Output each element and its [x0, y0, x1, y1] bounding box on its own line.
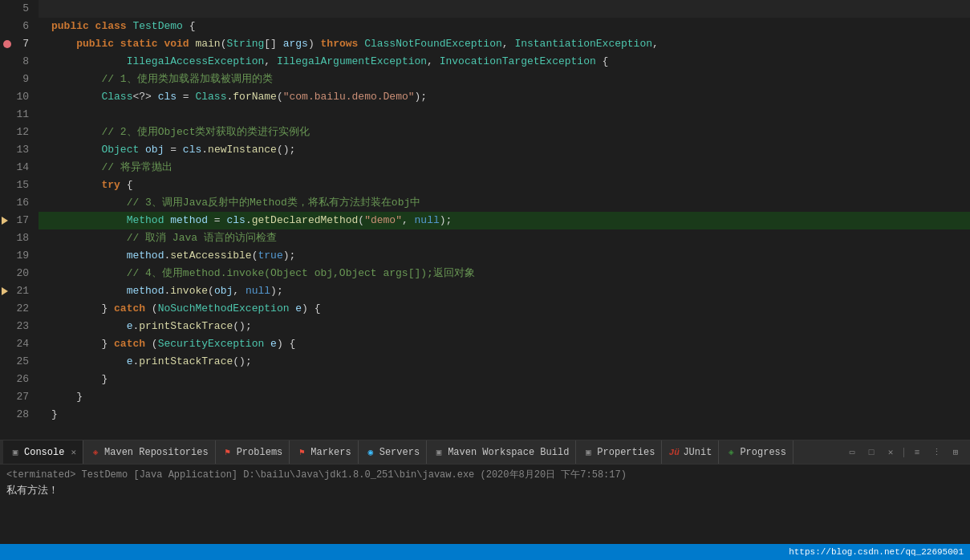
line-content-5 [39, 0, 970, 18]
tab-junit[interactable]: Jü JUnit [662, 440, 719, 464]
tab-problems-label: Problems [237, 447, 283, 458]
line-content-26: } [39, 371, 970, 388]
junit-icon: Jü [668, 447, 680, 458]
console-output: <terminated> TestDemo [Java Application]… [0, 465, 970, 544]
tab-progress-label: Progress [740, 447, 786, 458]
tab-workspace[interactable]: ▣ Maven Workspace Build [427, 440, 576, 464]
line-number-27: 27 [0, 388, 39, 406]
code-line-18: 18 // 取消 Java 语言的访问检查 [0, 229, 970, 247]
tab-junit-label: JUnit [683, 447, 712, 458]
problems-icon: ⚑ [222, 447, 233, 458]
code-line-11: 11 [0, 106, 970, 124]
line-content-19: method.setAccessible(true); [39, 247, 970, 265]
code-line-16: 16 // 3、调用Java反射中的Method类，将私有方法封装在obj中 [0, 194, 970, 212]
line-content-28: } [39, 406, 970, 424]
servers-icon: ◉ [365, 447, 376, 458]
code-line-28: 28 } [0, 406, 970, 424]
tab-markers-label: Markers [310, 447, 351, 458]
tab-maven[interactable]: ◈ Maven Repositories [83, 440, 216, 464]
line-number-28: 28 [0, 406, 39, 424]
breakpoint-7 [3, 40, 11, 48]
close-panel-button[interactable]: ✕ [883, 444, 899, 461]
line-content-13: Object obj = cls.newInstance(); [39, 141, 970, 159]
tab-progress[interactable]: ◈ Progress [719, 440, 793, 464]
bottom-panel: ▣ Console ✕ ◈ Maven Repositories ⚑ Probl… [0, 440, 970, 544]
markers-icon: ⚑ [296, 447, 307, 458]
view-extra-button[interactable]: ⊞ [948, 444, 964, 461]
line-content-7: public static void main(String[] args) t… [39, 35, 970, 53]
line-content-10: Class<?> cls = Class.forName("com.bailu.… [39, 88, 970, 106]
line-number-8: 8 [0, 53, 39, 71]
tab-console[interactable]: ▣ Console ✕ [3, 440, 83, 464]
code-line-23: 23 e.printStackTrace(); [0, 318, 970, 335]
line-number-18: 18 [0, 229, 39, 247]
line-number-26: 26 [0, 371, 39, 388]
line-number-21: 21 [0, 282, 39, 300]
tab-console-label: Console [24, 447, 64, 458]
tabs-bar: ▣ Console ✕ ◈ Maven Repositories ⚑ Probl… [0, 440, 970, 465]
code-line-27: 27 } [0, 388, 970, 406]
debug-arrow-17 [2, 217, 8, 225]
maximize-button[interactable]: □ [863, 444, 879, 461]
code-line-7: 7 public static void main(String[] args)… [0, 35, 970, 53]
code-line-17: 17 Method method = cls.getDeclaredMethod… [0, 212, 970, 229]
tab-problems[interactable]: ⚑ Problems [216, 440, 290, 464]
line-content-23: e.printStackTrace(); [39, 318, 970, 335]
code-line-8: 8 IllegalAccessException, IllegalArgumen… [0, 53, 970, 71]
tab-properties-label: Properties [597, 447, 655, 458]
line-content-12: // 2、使用Object类对获取的类进行实例化 [39, 124, 970, 141]
line-content-24: } catch (SecurityException e) { [39, 335, 970, 353]
line-number-6: 6 [0, 18, 39, 35]
line-number-20: 20 [0, 265, 39, 282]
line-number-16: 16 [0, 194, 39, 212]
line-content-8: IllegalAccessException, IllegalArgumentE… [39, 53, 970, 71]
line-number-15: 15 [0, 177, 39, 194]
line-number-19: 19 [0, 247, 39, 265]
line-number-25: 25 [0, 353, 39, 371]
tab-markers[interactable]: ⚑ Markers [290, 440, 358, 464]
line-content-15: try { [39, 177, 970, 194]
status-url: https://blog.csdn.net/qq_22695001 [789, 547, 964, 557]
line-content-14: // 将异常抛出 [39, 159, 970, 177]
tab-maven-label: Maven Repositories [104, 447, 209, 458]
code-line-14: 14 // 将异常抛出 [0, 159, 970, 177]
code-line-22: 22 } catch (NoSuchMethodException e) { [0, 300, 970, 318]
properties-icon: ▣ [582, 447, 594, 458]
status-bar: https://blog.csdn.net/qq_22695001 [0, 544, 970, 560]
code-line-21: 21 method.invoke(obj, null); [0, 282, 970, 300]
tab-servers-label: Servers [379, 447, 420, 458]
line-number-5: 5 [0, 0, 39, 18]
console-output-text: 私有方法！ [6, 483, 964, 497]
code-line-15: 15 try { [0, 177, 970, 194]
tab-workspace-label: Maven Workspace Build [448, 447, 569, 458]
console-terminated: <terminated> TestDemo [Java Application]… [6, 466, 964, 483]
line-content-22: } catch (NoSuchMethodException e) { [39, 300, 970, 318]
code-line-24: 24 } catch (SecurityException e) { [0, 335, 970, 353]
code-line-10: 10 Class<?> cls = Class.forName("com.bai… [0, 88, 970, 106]
line-content-11 [39, 106, 970, 124]
line-content-20: // 4、使用method.invoke(Object obj,Object a… [39, 265, 970, 282]
minimize-button[interactable]: ▭ [844, 444, 860, 461]
tab-servers[interactable]: ◉ Servers [359, 440, 427, 464]
line-content-9: // 1、使用类加载器加载被调用的类 [39, 71, 970, 88]
line-content-27: } [39, 388, 970, 406]
progress-icon: ◈ [725, 447, 737, 458]
line-number-14: 14 [0, 159, 39, 177]
view-options-button[interactable]: ⋮ [928, 444, 944, 461]
line-number-13: 13 [0, 141, 39, 159]
maven-icon: ◈ [90, 447, 101, 458]
code-line-19: 19 method.setAccessible(true); [0, 247, 970, 265]
code-line-20: 20 // 4、使用method.invoke(Object obj,Objec… [0, 265, 970, 282]
line-content-25: e.printStackTrace(); [39, 353, 970, 371]
code-line-13: 13 Object obj = cls.newInstance(); [0, 141, 970, 159]
view-menu-button[interactable]: ≡ [909, 444, 925, 461]
line-content-16: // 3、调用Java反射中的Method类，将私有方法封装在obj中 [39, 194, 970, 212]
console-icon: ▣ [10, 447, 21, 458]
editor-area: 5 6 public class TestDemo { 7 public sta… [0, 0, 970, 440]
tab-properties[interactable]: ▣ Properties [576, 440, 662, 464]
tab-console-close[interactable]: ✕ [71, 447, 76, 457]
line-number-7: 7 [0, 35, 39, 53]
line-content-6: public class TestDemo { [39, 18, 970, 35]
code-container: 5 6 public class TestDemo { 7 public sta… [0, 0, 970, 440]
line-number-17: 17 [0, 212, 39, 229]
